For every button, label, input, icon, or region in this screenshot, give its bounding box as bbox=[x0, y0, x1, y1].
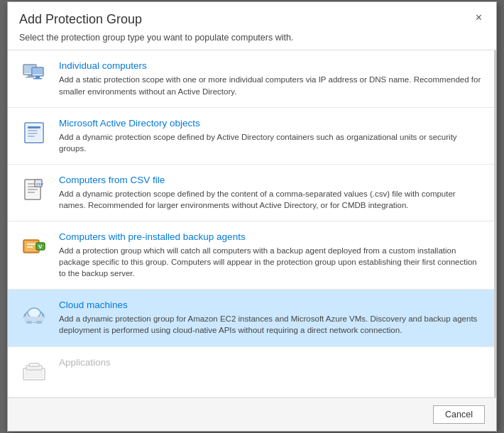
svg-rect-26 bbox=[27, 246, 33, 248]
cancel-button[interactable]: Cancel bbox=[433, 405, 485, 424]
item-desc-cloud-machines: Add a dynamic protection group for Amazo… bbox=[59, 313, 483, 336]
item-csv-file[interactable]: csv Computers from CSV file Add a dynami… bbox=[8, 165, 494, 221]
svg-rect-7 bbox=[33, 78, 42, 80]
svg-text:V: V bbox=[38, 243, 43, 250]
svg-rect-12 bbox=[28, 133, 38, 134]
computers-icon bbox=[19, 60, 49, 90]
apps-icon bbox=[19, 357, 49, 387]
item-title-applications: Applications bbox=[59, 357, 483, 368]
cloud-icon bbox=[19, 300, 49, 329]
dialog-title: Add Protection Group bbox=[19, 12, 142, 27]
svg-rect-19 bbox=[28, 192, 35, 193]
svg-text:csv: csv bbox=[36, 182, 44, 186]
svg-point-32 bbox=[28, 308, 40, 318]
dialog-subtitle: Select the protection group type you wan… bbox=[8, 31, 496, 50]
items-list: Individual computers Add a static protec… bbox=[8, 50, 496, 397]
item-text-cloud-machines: Cloud machines Add a dynamic protection … bbox=[59, 300, 483, 336]
dialog-title-bar: Add Protection Group × bbox=[8, 2, 496, 31]
item-text-individual-computers: Individual computers Add a static protec… bbox=[59, 60, 483, 97]
item-desc-individual-computers: Add a static protection scope with one o… bbox=[59, 74, 483, 97]
svg-rect-25 bbox=[27, 243, 35, 245]
svg-rect-5 bbox=[33, 68, 43, 75]
item-active-directory[interactable]: Microsoft Active Directory objects Add a… bbox=[8, 108, 494, 165]
close-button[interactable]: × bbox=[473, 12, 485, 23]
svg-rect-11 bbox=[28, 130, 38, 131]
item-title-backup-agents: Computers with pre-installed backup agen… bbox=[59, 231, 483, 242]
item-text-backup-agents: Computers with pre-installed backup agen… bbox=[59, 231, 483, 279]
item-text-active-directory: Microsoft Active Directory objects Add a… bbox=[59, 118, 483, 154]
dialog-footer: Cancel bbox=[8, 398, 496, 431]
svg-rect-34 bbox=[26, 321, 32, 324]
item-title-active-directory: Microsoft Active Directory objects bbox=[59, 118, 483, 128]
svg-rect-37 bbox=[25, 370, 43, 378]
svg-rect-40 bbox=[29, 363, 39, 366]
item-title-cloud-machines: Cloud machines bbox=[59, 300, 483, 310]
item-title-csv-file: Computers from CSV file bbox=[59, 175, 483, 185]
svg-rect-2 bbox=[28, 75, 32, 77]
backup-icon: V bbox=[19, 231, 49, 261]
svg-rect-10 bbox=[28, 126, 40, 128]
item-cloud-machines[interactable]: Cloud machines Add a dynamic protection … bbox=[8, 290, 494, 346]
item-text-applications: Applications bbox=[59, 357, 483, 371]
item-backup-agents[interactable]: V Computers with pre-installed backup ag… bbox=[8, 221, 494, 290]
svg-rect-13 bbox=[28, 136, 35, 137]
svg-rect-3 bbox=[26, 77, 34, 78]
item-individual-computers[interactable]: Individual computers Add a static protec… bbox=[8, 50, 494, 107]
add-protection-group-dialog: Add Protection Group × Select the protec… bbox=[7, 1, 497, 431]
svg-rect-18 bbox=[28, 189, 38, 190]
item-title-individual-computers: Individual computers bbox=[59, 60, 483, 71]
svg-rect-6 bbox=[35, 76, 40, 78]
csv-icon: csv bbox=[19, 175, 49, 204]
item-applications: Applications bbox=[8, 347, 494, 398]
item-text-csv-file: Computers from CSV file Add a dynamic pr… bbox=[59, 175, 483, 211]
svg-rect-35 bbox=[36, 321, 42, 324]
ad-icon bbox=[19, 118, 49, 148]
item-desc-backup-agents: Add a protection group which will catch … bbox=[59, 245, 483, 279]
item-desc-active-directory: Add a dynamic protection scope defined b… bbox=[59, 131, 483, 154]
item-desc-csv-file: Add a dynamic protection scope defined b… bbox=[59, 188, 483, 211]
